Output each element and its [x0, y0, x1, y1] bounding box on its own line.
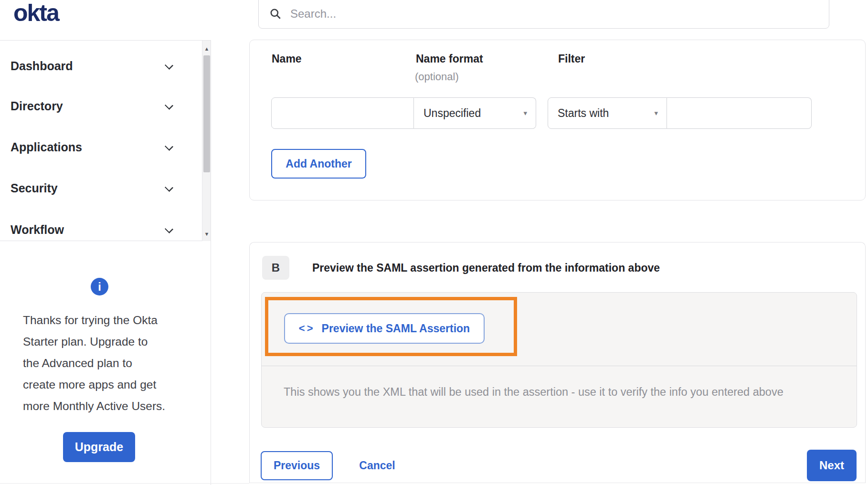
preview-button-label: Preview the SAML Assertion	[322, 322, 470, 335]
chevron-down-icon	[165, 101, 174, 110]
sidebar-scrollbar[interactable]: ▲ ▼	[202, 41, 211, 241]
sidebar-item-directory[interactable]: Directory	[0, 95, 201, 116]
sidebar-item-label: Applications	[11, 140, 82, 154]
sidebar: Dashboard Directory Applications Securit…	[0, 40, 211, 241]
sidebar-item-dashboard[interactable]: Dashboard	[0, 55, 201, 76]
name-format-selected-value: Unspecified	[423, 107, 481, 120]
global-search[interactable]	[258, 0, 829, 29]
search-input[interactable]	[289, 7, 791, 21]
sidebar-item-label: Directory	[11, 99, 63, 113]
preview-description: This shows you the XML that will be used…	[284, 386, 837, 399]
preview-saml-assertion-button[interactable]: <> Preview the SAML Assertion	[284, 313, 485, 344]
chevron-down-icon	[165, 183, 174, 192]
filter-operator-selected-value: Starts with	[558, 107, 609, 120]
name-column-label: Name	[272, 53, 302, 65]
chevron-down-icon	[165, 225, 174, 234]
sidebar-item-label: Security	[11, 181, 58, 195]
name-format-optional-label: (optional)	[415, 71, 459, 83]
add-another-button[interactable]: Add Another	[271, 149, 366, 179]
select-caret-icon: ▾	[523, 109, 527, 117]
chevron-down-icon	[165, 61, 174, 70]
scrollbar-thumb[interactable]	[203, 55, 210, 172]
attribute-name-input[interactable]	[271, 97, 414, 129]
info-icon: i	[91, 278, 108, 295]
upgrade-message-line: Starter plan. Upgrade to	[23, 331, 188, 352]
previous-button[interactable]: Previous	[261, 451, 333, 480]
scroll-up-icon[interactable]: ▲	[202, 45, 211, 53]
next-button[interactable]: Next	[807, 450, 857, 481]
select-caret-icon: ▾	[654, 109, 658, 117]
upgrade-button[interactable]: Upgrade	[63, 432, 135, 462]
sidebar-item-label: Dashboard	[11, 59, 73, 73]
upgrade-message: Thanks for trying the Okta Starter plan.…	[23, 309, 188, 417]
filter-operator-select[interactable]: Starts with ▾	[548, 97, 667, 129]
upgrade-message-line: the Advanced plan to	[23, 352, 188, 374]
name-format-column-label: Name format	[416, 53, 483, 65]
left-panel-divider	[211, 40, 211, 485]
filter-column-label: Filter	[558, 53, 585, 65]
section-b-badge: B	[262, 256, 289, 280]
attribute-statements-card: Name Name format (optional) Filter Unspe…	[249, 40, 866, 200]
code-icon: <>	[299, 322, 315, 335]
panel-divider	[262, 366, 857, 366]
sidebar-item-workflow[interactable]: Workflow	[0, 219, 201, 240]
sidebar-item-applications[interactable]: Applications	[0, 137, 201, 158]
section-b-title: Preview the SAML assertion generated fro…	[312, 262, 660, 274]
upgrade-message-line: more Monthly Active Users.	[23, 395, 188, 417]
chevron-down-icon	[165, 142, 174, 151]
search-icon	[269, 8, 282, 20]
okta-logo: okta	[13, 0, 59, 27]
sidebar-item-security[interactable]: Security	[0, 178, 201, 199]
name-format-select[interactable]: Unspecified ▾	[414, 97, 536, 129]
upgrade-message-line: create more apps and get	[23, 374, 188, 395]
preview-saml-card: B Preview the SAML assertion generated f…	[249, 242, 866, 483]
scroll-down-icon[interactable]: ▼	[202, 230, 211, 238]
window-bottom-edge	[0, 483, 249, 484]
cancel-link[interactable]: Cancel	[351, 451, 403, 480]
filter-value-input[interactable]	[667, 97, 812, 129]
upgrade-message-line: Thanks for trying the Okta	[23, 309, 188, 331]
sidebar-item-label: Workflow	[11, 223, 64, 237]
